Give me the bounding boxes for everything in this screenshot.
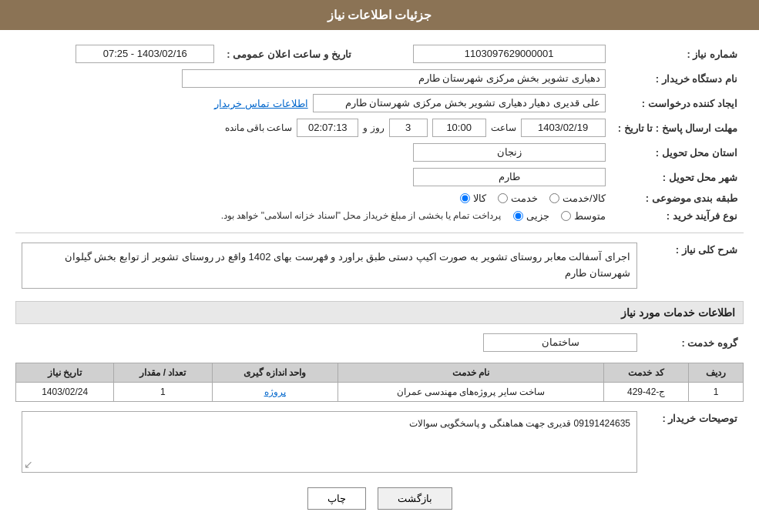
announce-date-value: 1403/02/16 - 07:25: [76, 45, 214, 63]
deadline-remaining: 02:07:13: [297, 119, 358, 137]
print-button[interactable]: چاپ: [307, 487, 366, 510]
process-motawaset-label: متوسط: [574, 210, 606, 222]
buyer-org-value: دهیاری تشویر بخش مرکزی شهرستان طارم: [182, 69, 606, 88]
deadline-date: 1403/02/19: [521, 119, 606, 137]
back-button[interactable]: بازگشت: [378, 487, 452, 510]
buyer-desc-box[interactable]: 09191424635 قدیری جهت هماهنگی و پاسخگویی…: [22, 411, 637, 473]
deadline-time-label: ساعت: [491, 122, 516, 133]
description-text: اجرای آسفالت معابر روستای تشویر به صورت …: [22, 243, 637, 289]
creator-value: علی قدیری دهیار دهیاری تشویر بخش مرکزی ش…: [313, 94, 606, 112]
col-unit: واحد اندازه گیری: [212, 363, 338, 383]
table-row: 1ج-42-429ساخت سایر پروژه‌های مهندسی عمرا…: [16, 383, 744, 402]
buttons-row: بازگشت چاپ: [15, 487, 744, 510]
category-radio-input-khadamat[interactable]: [498, 193, 508, 203]
need-number-label: شماره نیاز :: [612, 42, 744, 66]
creator-label: ایجاد کننده درخواست :: [612, 91, 744, 115]
category-radio-khadamat[interactable]: خدمت: [498, 192, 538, 204]
deadline-days: 3: [389, 119, 428, 137]
deadline-label: مهلت ارسال پاسخ : تا تاریخ :: [612, 115, 744, 140]
col-row-num: ردیف: [688, 363, 743, 383]
process-type-label: نوع فرآیند خرید :: [612, 207, 744, 225]
deadline-time: 10:00: [432, 119, 486, 137]
process-note: پرداخت تمام یا بخشی از مبلغ خریداز محل "…: [221, 210, 501, 221]
cell-date: 1403/02/24: [16, 383, 114, 402]
category-kala-khadamat-label: کالا/خدمت: [563, 192, 606, 204]
category-khadamat-label: خدمت: [511, 192, 538, 204]
process-radio-input-jozi[interactable]: [513, 211, 523, 221]
deadline-remaining-label: ساعت باقی مانده: [225, 122, 293, 133]
description-label: شرح کلی نیاز :: [643, 239, 744, 292]
col-date: تاریخ نیاز: [16, 363, 114, 383]
category-label: طبقه بندی موضوعی :: [612, 189, 744, 207]
col-qty: تعداد / مقدار: [114, 363, 212, 383]
process-jozi-label: جزیی: [526, 210, 549, 222]
buyer-desc-label: توصیحات خریدار :: [643, 408, 744, 476]
col-name: نام خدمت: [338, 363, 604, 383]
cell-qty: 1: [114, 383, 212, 402]
services-section-title: اطلاعات خدمات مورد نیاز: [15, 301, 744, 324]
contact-link[interactable]: اطلاعات تماس خریدار: [214, 98, 307, 109]
service-group-label: گروه خدمت :: [643, 330, 744, 355]
category-radio-input-kala-khadamat[interactable]: [549, 193, 559, 203]
col-code: کد خدمت: [604, 363, 689, 383]
announce-date-label: تاریخ و ساعت اعلان عمومی :: [220, 42, 357, 66]
resize-handle: ↙: [24, 458, 33, 470]
need-number-value: 1103097629000001: [413, 45, 606, 63]
category-radio-kala[interactable]: کالا: [460, 192, 486, 204]
deadline-days-label: روز و: [363, 122, 384, 133]
category-radio-input-kala[interactable]: [460, 193, 470, 203]
process-radio-motawaset[interactable]: متوسط: [561, 210, 606, 222]
category-radio-kala-khadamat[interactable]: کالا/خدمت: [549, 192, 606, 204]
city-label: شهر محل تحویل :: [612, 165, 744, 189]
cell-row-num: 1: [688, 383, 743, 402]
buyer-org-label: نام دستگاه خریدار :: [612, 66, 744, 91]
buyer-desc-text: 09191424635 قدیری جهت هماهنگی و پاسخگویی…: [409, 418, 630, 429]
category-kala-label: کالا: [473, 192, 486, 204]
process-radio-jozi[interactable]: جزیی: [513, 210, 549, 222]
province-value: زنجان: [413, 143, 606, 162]
services-table: ردیف کد خدمت نام خدمت واحد اندازه گیری ت…: [15, 363, 744, 402]
cell-unit[interactable]: پروژه: [212, 383, 338, 402]
cell-code: ج-42-429: [604, 383, 689, 402]
service-group-value: ساختمان: [483, 333, 637, 352]
city-value: طارم: [413, 168, 606, 186]
process-radio-input-motawaset[interactable]: [561, 211, 571, 221]
cell-name: ساخت سایر پروژه‌های مهندسی عمران: [338, 383, 604, 402]
province-label: استان محل تحویل :: [612, 140, 744, 165]
page-title: جزئیات اطلاعات نیاز: [0, 0, 759, 30]
